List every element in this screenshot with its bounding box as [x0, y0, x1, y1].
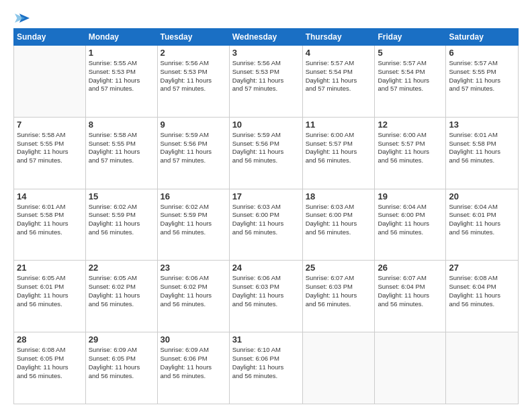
- day-number: 29: [89, 334, 154, 345]
- day-number: 1: [89, 48, 154, 58]
- weekday-header-friday: Friday: [375, 29, 446, 46]
- calendar-cell: 16Sunrise: 6:02 AM Sunset: 5:59 PM Dayli…: [157, 189, 229, 261]
- calendar-week-row: 14Sunrise: 6:01 AM Sunset: 5:58 PM Dayli…: [14, 189, 519, 261]
- calendar-cell: [14, 46, 86, 118]
- day-info: Sunrise: 5:58 AM Sunset: 5:55 PM Dayligh…: [89, 131, 154, 165]
- day-info: Sunrise: 6:02 AM Sunset: 5:59 PM Dayligh…: [89, 203, 154, 237]
- logo: [13, 12, 30, 21]
- calendar-cell: 26Sunrise: 6:07 AM Sunset: 6:04 PM Dayli…: [375, 261, 446, 332]
- calendar-cell: 24Sunrise: 6:06 AM Sunset: 6:03 PM Dayli…: [229, 261, 302, 332]
- calendar-cell: [375, 332, 446, 404]
- day-info: Sunrise: 6:07 AM Sunset: 6:03 PM Dayligh…: [306, 274, 372, 308]
- calendar-cell: 17Sunrise: 6:03 AM Sunset: 6:00 PM Dayli…: [229, 189, 302, 261]
- calendar-cell: 4Sunrise: 5:57 AM Sunset: 5:54 PM Daylig…: [302, 46, 375, 118]
- header: [13, 12, 519, 21]
- day-number: 26: [378, 263, 443, 273]
- calendar-week-row: 28Sunrise: 6:08 AM Sunset: 6:05 PM Dayli…: [14, 332, 519, 404]
- calendar-cell: 14Sunrise: 6:01 AM Sunset: 5:58 PM Dayli…: [14, 189, 86, 261]
- day-number: 21: [17, 263, 83, 273]
- day-number: 12: [378, 120, 443, 130]
- day-info: Sunrise: 6:03 AM Sunset: 6:00 PM Dayligh…: [232, 203, 300, 237]
- day-info: Sunrise: 5:57 AM Sunset: 5:54 PM Dayligh…: [306, 59, 372, 93]
- calendar-cell: 23Sunrise: 6:06 AM Sunset: 6:02 PM Dayli…: [157, 261, 229, 332]
- day-number: 20: [449, 191, 515, 201]
- calendar-cell: 19Sunrise: 6:04 AM Sunset: 6:00 PM Dayli…: [375, 189, 446, 261]
- day-number: 10: [232, 120, 300, 130]
- calendar-cell: 18Sunrise: 6:03 AM Sunset: 6:00 PM Dayli…: [302, 189, 375, 261]
- day-number: 4: [306, 48, 372, 58]
- day-info: Sunrise: 6:06 AM Sunset: 6:02 PM Dayligh…: [161, 274, 226, 308]
- calendar-week-row: 7Sunrise: 5:58 AM Sunset: 5:55 PM Daylig…: [14, 117, 519, 189]
- day-info: Sunrise: 6:05 AM Sunset: 6:01 PM Dayligh…: [17, 274, 83, 308]
- calendar-cell: 6Sunrise: 5:57 AM Sunset: 5:55 PM Daylig…: [446, 46, 519, 118]
- weekday-header-tuesday: Tuesday: [157, 29, 229, 46]
- day-number: 25: [306, 263, 372, 273]
- day-number: 16: [161, 191, 226, 201]
- svg-marker-1: [15, 13, 25, 23]
- calendar-cell: 3Sunrise: 5:56 AM Sunset: 5:53 PM Daylig…: [229, 46, 302, 118]
- day-info: Sunrise: 6:01 AM Sunset: 5:58 PM Dayligh…: [449, 131, 515, 165]
- calendar-cell: 29Sunrise: 6:09 AM Sunset: 6:05 PM Dayli…: [85, 332, 157, 404]
- calendar-cell: 9Sunrise: 5:59 AM Sunset: 5:56 PM Daylig…: [157, 117, 229, 189]
- day-number: 9: [161, 120, 226, 130]
- calendar-table: SundayMondayTuesdayWednesdayThursdayFrid…: [13, 28, 519, 404]
- day-info: Sunrise: 5:57 AM Sunset: 5:55 PM Dayligh…: [449, 59, 515, 93]
- calendar-cell: 25Sunrise: 6:07 AM Sunset: 6:03 PM Dayli…: [302, 261, 375, 332]
- weekday-header-row: SundayMondayTuesdayWednesdayThursdayFrid…: [14, 29, 519, 46]
- calendar-cell: 1Sunrise: 5:55 AM Sunset: 5:53 PM Daylig…: [85, 46, 157, 118]
- day-number: 28: [17, 334, 83, 345]
- calendar-week-row: 1Sunrise: 5:55 AM Sunset: 5:53 PM Daylig…: [14, 46, 519, 118]
- day-number: 7: [17, 120, 83, 130]
- weekday-header-wednesday: Wednesday: [229, 29, 302, 46]
- weekday-header-saturday: Saturday: [446, 29, 519, 46]
- day-number: 24: [232, 263, 300, 273]
- calendar-cell: 30Sunrise: 6:09 AM Sunset: 6:06 PM Dayli…: [157, 332, 229, 404]
- day-number: 17: [232, 191, 300, 201]
- day-info: Sunrise: 6:04 AM Sunset: 6:01 PM Dayligh…: [449, 203, 515, 237]
- day-number: 30: [161, 334, 226, 345]
- day-number: 11: [306, 120, 372, 130]
- day-number: 23: [161, 263, 226, 273]
- day-info: Sunrise: 6:10 AM Sunset: 6:06 PM Dayligh…: [232, 346, 300, 380]
- day-info: Sunrise: 5:56 AM Sunset: 5:53 PM Dayligh…: [232, 59, 300, 93]
- day-number: 2: [161, 48, 226, 58]
- calendar-cell: 21Sunrise: 6:05 AM Sunset: 6:01 PM Dayli…: [14, 261, 86, 332]
- calendar-cell: [302, 332, 375, 404]
- calendar-cell: 5Sunrise: 5:57 AM Sunset: 5:54 PM Daylig…: [375, 46, 446, 118]
- day-info: Sunrise: 6:01 AM Sunset: 5:58 PM Dayligh…: [17, 203, 83, 237]
- day-info: Sunrise: 5:59 AM Sunset: 5:56 PM Dayligh…: [232, 131, 300, 165]
- day-number: 27: [449, 263, 515, 273]
- day-info: Sunrise: 6:09 AM Sunset: 6:05 PM Dayligh…: [89, 346, 154, 380]
- day-number: 13: [449, 120, 515, 130]
- calendar-week-row: 21Sunrise: 6:05 AM Sunset: 6:01 PM Dayli…: [14, 261, 519, 332]
- day-number: 15: [89, 191, 154, 201]
- day-number: 3: [232, 48, 300, 58]
- day-info: Sunrise: 6:00 AM Sunset: 5:57 PM Dayligh…: [306, 131, 372, 165]
- day-info: Sunrise: 5:58 AM Sunset: 5:55 PM Dayligh…: [17, 131, 83, 165]
- day-info: Sunrise: 5:56 AM Sunset: 5:53 PM Dayligh…: [161, 59, 226, 93]
- day-number: 8: [89, 120, 154, 130]
- day-number: 5: [378, 48, 443, 58]
- day-number: 14: [17, 191, 83, 201]
- day-number: 31: [232, 334, 300, 345]
- day-info: Sunrise: 6:04 AM Sunset: 6:00 PM Dayligh…: [378, 203, 443, 237]
- day-info: Sunrise: 6:07 AM Sunset: 6:04 PM Dayligh…: [378, 274, 443, 308]
- weekday-header-sunday: Sunday: [14, 29, 86, 46]
- calendar-cell: 12Sunrise: 6:00 AM Sunset: 5:57 PM Dayli…: [375, 117, 446, 189]
- day-number: 18: [306, 191, 372, 201]
- calendar-cell: 15Sunrise: 6:02 AM Sunset: 5:59 PM Dayli…: [85, 189, 157, 261]
- day-info: Sunrise: 6:00 AM Sunset: 5:57 PM Dayligh…: [378, 131, 443, 165]
- day-info: Sunrise: 6:02 AM Sunset: 5:59 PM Dayligh…: [161, 203, 226, 237]
- calendar-cell: 13Sunrise: 6:01 AM Sunset: 5:58 PM Dayli…: [446, 117, 519, 189]
- calendar-cell: 2Sunrise: 5:56 AM Sunset: 5:53 PM Daylig…: [157, 46, 229, 118]
- day-info: Sunrise: 6:06 AM Sunset: 6:03 PM Dayligh…: [232, 274, 300, 308]
- calendar-cell: 11Sunrise: 6:00 AM Sunset: 5:57 PM Dayli…: [302, 117, 375, 189]
- day-info: Sunrise: 6:08 AM Sunset: 6:04 PM Dayligh…: [449, 274, 515, 308]
- calendar-cell: 10Sunrise: 5:59 AM Sunset: 5:56 PM Dayli…: [229, 117, 302, 189]
- weekday-header-thursday: Thursday: [302, 29, 375, 46]
- day-info: Sunrise: 6:03 AM Sunset: 6:00 PM Dayligh…: [306, 203, 372, 237]
- logo-icon: [15, 12, 30, 24]
- weekday-header-monday: Monday: [85, 29, 157, 46]
- day-info: Sunrise: 6:05 AM Sunset: 6:02 PM Dayligh…: [89, 274, 154, 308]
- day-number: 19: [378, 191, 443, 201]
